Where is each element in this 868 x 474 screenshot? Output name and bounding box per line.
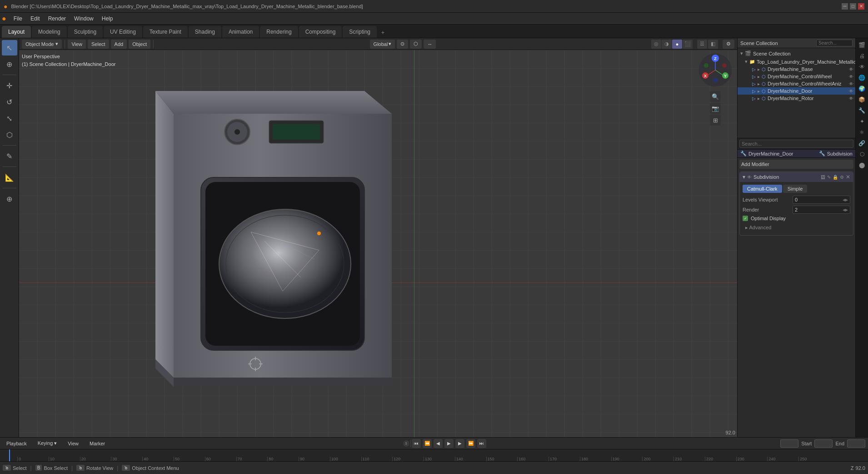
output-props-btn[interactable]: 🖨 — [857, 51, 867, 61]
tool-scale[interactable]: ⤡ — [2, 111, 17, 126]
tab-layout[interactable]: Layout — [2, 26, 31, 38]
xray-btn[interactable]: ◧ — [708, 40, 718, 49]
timeline-ruler[interactable]: 0102030405060708090100110120130140150160… — [0, 449, 868, 461]
levels-viewport-input[interactable]: 0 ◀▶ — [793, 196, 850, 204]
menu-window[interactable]: Window — [70, 15, 97, 23]
outliner-scene-root[interactable]: ▾ 🎬 Scene Collection — [738, 49, 855, 58]
tool-move[interactable]: ✛ — [2, 78, 17, 93]
zoom-in-btn[interactable]: 🔍 — [710, 91, 721, 102]
viewport-options-btn[interactable]: ⚙ — [723, 40, 734, 49]
tab-modeling[interactable]: Modeling — [32, 26, 67, 38]
physics-props-btn[interactable]: ⚛ — [857, 127, 867, 137]
world-props-btn[interactable]: 🌍 — [857, 84, 867, 94]
eye-icon-base[interactable]: 👁 — [849, 67, 853, 72]
render-input[interactable]: 2 ◀▶ — [793, 206, 850, 214]
tab-texture-paint[interactable]: Texture Paint — [143, 26, 188, 38]
simple-tab[interactable]: Simple — [783, 185, 808, 193]
outliner-item-rotor[interactable]: ▷ ▸ ⬡ DryerMachine_Rotor 👁 — [738, 95, 855, 102]
title-bar-controls[interactable]: ─ □ ✕ — [842, 3, 864, 10]
catmull-clark-tab[interactable]: Catmull-Clark — [743, 185, 782, 193]
maximize-button[interactable]: □ — [850, 3, 856, 10]
modifier-props-btn active[interactable]: 🔧 — [857, 106, 867, 116]
menu-edit[interactable]: Edit — [27, 15, 44, 23]
tab-compositing[interactable]: Compositing — [299, 26, 342, 38]
scene-props-btn[interactable]: 🌐 — [857, 73, 867, 83]
jump-start-btn[interactable]: ⏮ — [412, 439, 421, 448]
navigation-gizmo[interactable]: Z Y X — [697, 52, 733, 88]
tool-add[interactable]: ⊕ — [2, 191, 17, 207]
solid-mode-btn[interactable]: ◑ — [662, 40, 672, 49]
start-frame-input[interactable]: 1 — [814, 439, 833, 448]
tab-sculpting[interactable]: Sculpting — [68, 26, 103, 38]
viewport-canvas[interactable]: User Perspective (1) Scene Collection | … — [19, 50, 737, 437]
prev-key-btn[interactable]: ⏪ — [423, 439, 432, 448]
eye-icon-cw[interactable]: 👁 — [849, 74, 853, 79]
properties-search[interactable] — [739, 140, 853, 148]
viewport-transform-global[interactable]: Global ▾ — [370, 40, 395, 49]
tool-transform[interactable]: ⬡ — [2, 127, 17, 142]
tab-animation[interactable]: Animation — [222, 26, 259, 38]
view-menu[interactable]: View — [68, 40, 86, 49]
menu-render[interactable]: Render — [45, 15, 70, 23]
material-mode-btn[interactable]: ● — [672, 40, 682, 49]
data-props-btn[interactable]: ⬡ — [857, 149, 867, 159]
mod-vis-icon[interactable]: 👁 — [747, 175, 752, 180]
end-frame-input[interactable]: 250 — [847, 439, 865, 448]
tab-uv-editing[interactable]: UV Editing — [104, 26, 142, 38]
outliner-item-door[interactable]: ▷ ▸ ⬡ DryerMachine_Door 👁 — [738, 87, 855, 95]
timeline-playback-btn[interactable]: Playback — [3, 440, 30, 447]
tab-scripting[interactable]: Scripting — [343, 26, 377, 38]
tab-rendering[interactable]: Rendering — [260, 26, 298, 38]
add-modifier-button[interactable]: Add Modifier — [739, 160, 853, 169]
playback-speed-btn[interactable]: 1 — [403, 440, 409, 447]
proportional-edit-btn[interactable]: ⊙ — [397, 40, 408, 49]
snap-btn[interactable]: ⬡ — [410, 40, 422, 49]
outliner-item-controlwheelaniz[interactable]: ▷ ▸ ⬡ DryerMachine_ControlWheelAniz 👁 — [738, 80, 855, 87]
timeline-marker-btn[interactable]: Marker — [86, 440, 109, 447]
prev-frame-btn[interactable]: ◀ — [434, 439, 443, 448]
grid-view-btn[interactable]: ⊞ — [710, 115, 721, 126]
tool-annotate[interactable]: ✎ — [2, 148, 17, 164]
menu-help[interactable]: Help — [98, 15, 117, 23]
menu-file[interactable]: File — [10, 15, 26, 23]
eye-icon-door[interactable]: 👁 — [849, 89, 853, 94]
mirror-btn[interactable]: ↔ — [424, 40, 436, 49]
add-workspace-button[interactable]: + — [378, 28, 388, 38]
tool-measure[interactable]: 📐 — [2, 170, 17, 185]
close-button[interactable]: ✕ — [858, 3, 864, 10]
material-props-btn[interactable]: ⬤ — [857, 160, 867, 170]
optimal-display-checkbox[interactable]: ✓ — [743, 216, 748, 221]
advanced-section[interactable]: ▸ Advanced — [743, 223, 850, 232]
next-frame-btn[interactable]: ▶ — [455, 439, 464, 448]
object-mode-dropdown[interactable]: Object Mode ▾ — [22, 40, 62, 49]
view-layer-props-btn[interactable]: 👁 — [857, 62, 867, 72]
object-props-btn[interactable]: 📦 — [857, 95, 867, 105]
jump-end-btn[interactable]: ⏭ — [477, 439, 486, 448]
render-props-btn[interactable]: 🎬 — [857, 40, 867, 50]
outliner-search[interactable] — [816, 40, 853, 46]
outliner-item-controlwheel[interactable]: ▷ ▸ ⬡ DryerMachine_ControlWheel 👁 — [738, 73, 855, 80]
timeline-keying-btn[interactable]: Keying ▾ — [34, 439, 61, 447]
outliner-item-collection[interactable]: ▾ 📁 Top_Load_Laundry_Dryer_Machine_Metal… — [738, 58, 855, 66]
overlays-btn[interactable]: ☰ — [697, 40, 707, 49]
minimize-button[interactable]: ─ — [842, 3, 848, 10]
current-frame-input[interactable]: 1 — [780, 439, 798, 448]
object-menu[interactable]: Object — [129, 40, 150, 49]
tab-shading[interactable]: Shading — [189, 26, 221, 38]
particles-props-btn[interactable]: ✦ — [857, 116, 867, 126]
outliner-item-base[interactable]: ▷ ▸ ⬡ DryerMachine_Base 👁 — [738, 66, 855, 73]
select-menu[interactable]: Select — [88, 40, 109, 49]
add-menu[interactable]: Add — [111, 40, 127, 49]
mod-close-btn[interactable]: ✕ — [846, 174, 850, 180]
tool-select[interactable]: ↖ — [2, 40, 17, 55]
tool-rotate[interactable]: ↺ — [2, 94, 17, 110]
next-key-btn[interactable]: ⏩ — [466, 439, 475, 448]
eye-icon-cwa[interactable]: 👁 — [849, 81, 853, 86]
timeline-view-btn[interactable]: View — [64, 440, 82, 447]
wireframe-mode-btn[interactable]: ◎ — [651, 40, 661, 49]
constraints-props-btn[interactable]: 🔗 — [857, 138, 867, 148]
rendered-mode-btn[interactable]: ⬛ — [683, 40, 693, 49]
camera-view-btn[interactable]: 📷 — [710, 103, 721, 114]
tool-cursor[interactable]: ⊕ — [2, 56, 17, 72]
play-btn[interactable]: ▶ — [444, 439, 454, 448]
